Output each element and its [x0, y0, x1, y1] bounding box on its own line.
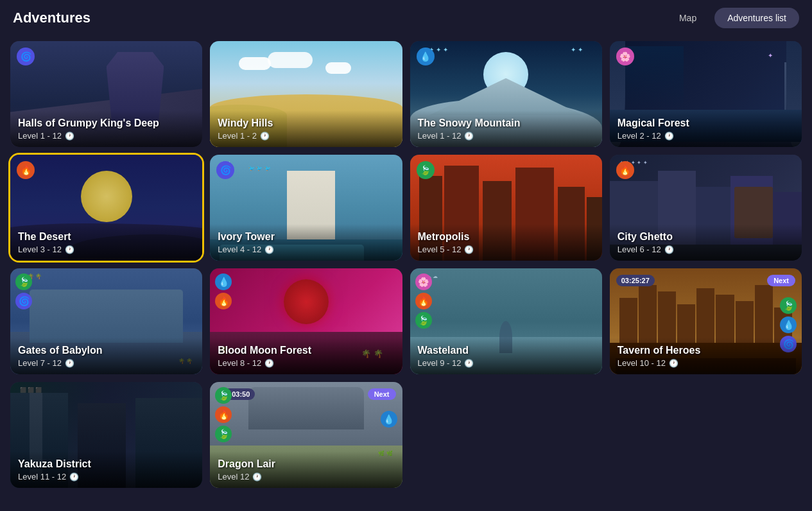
- badge-leaf: 🍃: [415, 312, 432, 329]
- card-overlay: Metropolis Level 5 - 12 🕐: [410, 224, 602, 261]
- card-title: The Desert: [18, 230, 194, 243]
- card-level: Level 4 - 12 🕐: [218, 245, 394, 254]
- card-title: Dragon Lair: [218, 458, 394, 470]
- timer-badge: 03:25:27: [616, 275, 655, 286]
- card-title: Halls of Grumpy King's Deep: [18, 117, 194, 129]
- card-title: Magical Forest: [618, 117, 794, 129]
- card-title: Gates of Babylon: [18, 344, 194, 356]
- card-level: Level 12 🕐: [218, 472, 394, 481]
- card-title: Blood Moon Forest: [218, 344, 394, 356]
- card-overlay: Tavern of Heroes Level 10 - 12 🕐: [610, 338, 802, 374]
- badge-pink: 🌸: [616, 48, 634, 65]
- level-text: Level 4 - 12: [218, 245, 261, 254]
- clock-icon: 🕐: [669, 359, 678, 368]
- card-bloodmoon[interactable]: 🌴 🌴 🌴 💧🔥 Blood Moon Forest Level 8 - 12 …: [210, 268, 402, 374]
- clock-icon: 🕐: [464, 132, 474, 141]
- header: Adventures Map Adventures list: [0, 0, 812, 36]
- card-level: Level 8 - 12 🕐: [218, 358, 394, 368]
- badge-pink: 🌸: [415, 273, 432, 290]
- badge-leaf: 🍃: [215, 387, 232, 404]
- card-title: Wasteland: [418, 344, 594, 356]
- clock-icon: 🕐: [65, 132, 74, 141]
- level-text: Level 7 - 12: [18, 358, 62, 368]
- multi-badges: 🍃🔥🍃: [215, 387, 232, 442]
- badge-fire: 🔥: [215, 406, 232, 423]
- card-ivory[interactable]: ✦ ✦ 🐦 🐦 🐦 🌀 Ivory Tower Level 4 - 12 🕐: [210, 155, 402, 261]
- level-text: Level 12: [218, 472, 249, 481]
- card-level: Level 7 - 12 🕐: [18, 358, 194, 368]
- header-nav: Map Adventures list: [666, 8, 799, 28]
- level-text: Level 9 - 12: [418, 358, 462, 368]
- level-text: Level 1 - 12: [418, 131, 462, 141]
- page-title: Adventures: [13, 10, 91, 26]
- clock-icon: 🕐: [65, 245, 74, 254]
- next-badge: Next: [767, 275, 795, 286]
- card-overlay: Halls of Grumpy King's Deep Level 1 - 12…: [10, 110, 202, 147]
- card-dragon[interactable]: 🌿 🌿 🌿 🌿 🌿 03:03:50Next🍃🔥🍃💧 Dragon Lair L…: [210, 382, 402, 488]
- adventures-grid: 🌀 Halls of Grumpy King's Deep Level 1 - …: [0, 36, 812, 498]
- card-halls[interactable]: 🌀 Halls of Grumpy King's Deep Level 1 - …: [10, 41, 202, 147]
- card-overlay: Gates of Babylon Level 7 - 12 🕐: [10, 338, 202, 374]
- level-text: Level 10 - 12: [618, 358, 666, 368]
- clock-icon: 🕐: [69, 472, 79, 481]
- next-badge: Next: [368, 388, 396, 400]
- level-text: Level 5 - 12: [418, 245, 462, 254]
- card-title: Ivory Tower: [218, 230, 394, 243]
- badge-leaf: 🍃: [15, 273, 32, 290]
- multi-badges: 🍃🌀: [15, 273, 32, 309]
- level-text: Level 11 - 12: [18, 472, 66, 481]
- card-level: Level 2 - 12 🕐: [618, 131, 794, 141]
- badge-fire: 🔥: [616, 161, 634, 179]
- card-overlay: Ivory Tower Level 4 - 12 🕐: [210, 224, 402, 261]
- card-tavern[interactable]: 03:25:27Next🍃💧🌀 Tavern of Heroes Level 1…: [610, 268, 802, 374]
- clock-icon: 🕐: [464, 359, 474, 368]
- card-overlay: The Desert Level 3 - 12 🕐: [10, 224, 202, 261]
- card-gates[interactable]: 🌴 🌴 🌴 🌴 🌴 🍃🌀 Gates of Babylon Level 7 - …: [10, 268, 202, 374]
- card-metropolis[interactable]: 🍃 Metropolis Level 5 - 12 🕐: [410, 155, 602, 261]
- card-level: Level 9 - 12 🕐: [418, 358, 594, 368]
- badge-fire: 🔥: [17, 161, 35, 179]
- card-windy[interactable]: Windy Hills Level 1 - 2 🕐: [210, 41, 402, 147]
- level-text: Level 1 - 12: [18, 131, 62, 141]
- card-title: Metropolis: [418, 230, 594, 243]
- badge-swirl: 🌀: [17, 48, 35, 65]
- level-text: Level 6 - 12: [618, 245, 661, 254]
- card-magical[interactable]: ✦ ✦ 🌸 Magical Forest Level 2 - 12 🕐: [610, 41, 802, 147]
- card-title: Tavern of Heroes: [618, 344, 794, 356]
- card-desert[interactable]: 🔥 The Desert Level 3 - 12 🕐: [10, 155, 202, 261]
- badge-leaf: 🍃: [417, 161, 435, 179]
- badge-right-leaf: 🍃: [780, 297, 797, 314]
- clock-icon: 🕐: [664, 132, 674, 141]
- level-text: Level 2 - 12: [618, 131, 661, 141]
- card-snowy[interactable]: ✦ ✦ ✦ ✦ ✦ 💧 The Snowy Mountain Level 1 -…: [410, 41, 602, 147]
- card-title: Windy Hills: [218, 117, 394, 129]
- multi-badges: 🌸🔥🍃: [415, 273, 432, 329]
- level-text: Level 8 - 12: [218, 358, 261, 368]
- badge-drop: 💧: [417, 48, 435, 65]
- card-overlay: Windy Hills Level 1 - 2 🕐: [210, 110, 402, 147]
- card-overlay: Magical Forest Level 2 - 12 🕐: [610, 110, 802, 147]
- card-level: Level 1 - 12 🕐: [418, 131, 594, 141]
- card-level: Level 1 - 12 🕐: [18, 131, 194, 141]
- card-overlay: City Ghetto Level 6 - 12 🕐: [610, 224, 802, 261]
- card-overlay: Wasteland Level 9 - 12 🕐: [410, 338, 602, 374]
- badge-fire: 🔥: [215, 293, 232, 309]
- card-level: Level 1 - 2 🕐: [218, 131, 394, 141]
- clock-icon: 🕐: [664, 245, 674, 254]
- clock-icon: 🕐: [264, 245, 274, 254]
- card-cityghetto[interactable]: ✦ ✦ ✦ ✦ ✦ 🔥 City Ghetto Level 6 - 12 🕐: [610, 155, 802, 261]
- card-wasteland[interactable]: ☁ ☁ ☁ 🌸🔥🍃 Wasteland Level 9 - 12 🕐: [410, 268, 602, 374]
- card-yakuza[interactable]: ⬛ ⬛ ⬛ Yakuza District Level 11 - 12 🕐: [10, 382, 202, 488]
- clock-icon: 🕐: [464, 245, 474, 254]
- badge-leaf: 🍃: [215, 426, 232, 442]
- card-level: Level 5 - 12 🕐: [418, 245, 594, 254]
- card-title: The Snowy Mountain: [418, 117, 594, 129]
- adventures-list-button[interactable]: Adventures list: [714, 8, 799, 28]
- card-overlay: Blood Moon Forest Level 8 - 12 🕐: [210, 338, 402, 374]
- clock-icon: 🕐: [264, 359, 274, 368]
- map-button[interactable]: Map: [666, 8, 709, 28]
- card-title: Yakuza District: [18, 458, 194, 470]
- card-level: Level 3 - 12 🕐: [18, 245, 194, 254]
- card-overlay: The Snowy Mountain Level 1 - 12 🕐: [410, 110, 602, 147]
- level-text: Level 3 - 12: [18, 245, 62, 254]
